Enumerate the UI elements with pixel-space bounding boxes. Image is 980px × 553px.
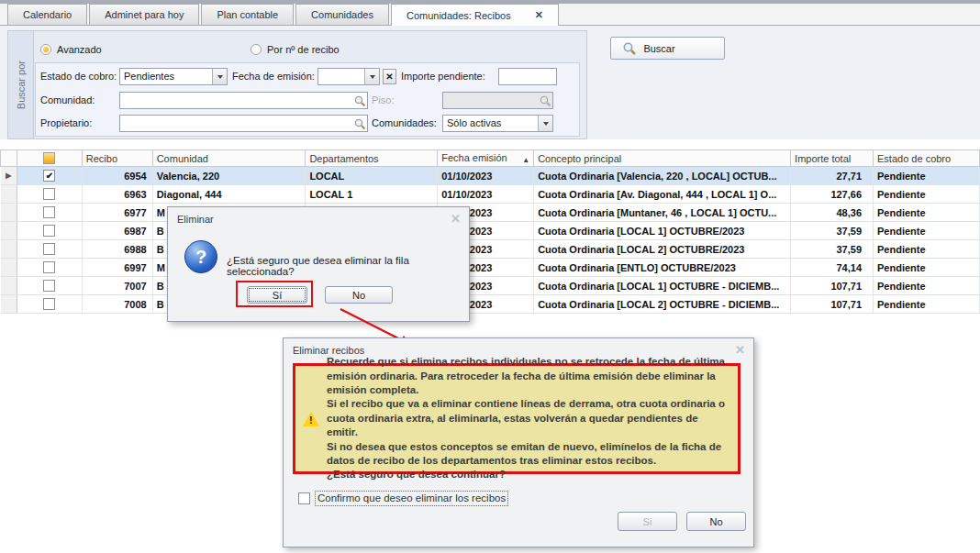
radio-por-numero[interactable]: Por nº de recibo [251,43,340,56]
fecha-emision-combobox[interactable] [317,68,380,85]
row-checkbox-cell[interactable] [17,240,82,259]
row-checkbox-cell[interactable] [17,204,82,222]
magnifier-icon[interactable] [352,116,367,131]
column-header-recibo[interactable]: Recibo [82,150,152,167]
table-row[interactable]: 7008B01/10/2023Cuota Ordinaria [LOCAL 2]… [1,295,980,314]
table-row[interactable]: 6963Diagonal, 444LOCAL 101/10/2023Cuota … [1,185,980,204]
confirm-checkbox[interactable] [298,492,310,504]
comunidades-combobox[interactable]: Sólo activas [442,115,553,132]
row-checkbox[interactable] [43,261,55,273]
fecha-emision-label: Fecha de emisión: [232,68,315,85]
column-header-departamentos[interactable]: Departamentos [306,150,438,167]
estado-de-cobro-label: Estado de cobro: [40,68,117,85]
chevron-down-icon[interactable] [364,69,379,84]
row-checkbox-cell[interactable]: ✔ [17,167,82,185]
tab-comunidades-recibos[interactable]: Comunidades: Recibos✕ [391,4,559,26]
cell-recibo: 7007 [82,277,152,295]
warning-box: Recuerde que si elimina recibos individu… [293,363,741,474]
tab-bar: CalendarioAdminet para hoyPlan contableC… [0,4,980,26]
select-all-checkbox-icon[interactable] [43,152,55,164]
search-panel-side-tab[interactable]: Buscar por [7,30,34,139]
tab-plan-contable[interactable]: Plan contable [201,4,294,25]
row-checkbox[interactable]: ✔ [43,170,55,182]
tab-label: Plan contable [217,9,278,20]
propietario-input[interactable] [119,115,368,132]
cell-concepto: Cuota Ordinaria [LOCAL 2] OCTUBRE/2023 [534,240,791,259]
table-row[interactable]: 7007B01/10/2023Cuota Ordinaria [LOCAL 1]… [1,277,980,295]
buscar-button[interactable]: Buscar [610,37,725,60]
column-header-fecha[interactable]: ▲Fecha emisión [438,150,534,167]
chevron-down-icon[interactable] [538,116,552,131]
row-checkbox[interactable] [43,225,55,237]
radio-avanzado[interactable]: Avanzado [40,43,102,56]
table-row[interactable]: 6988B01/10/2023Cuota Ordinaria [LOCAL 2]… [1,240,980,259]
row-checkbox[interactable] [43,280,55,292]
estado-de-cobro-combobox[interactable]: Pendientes [119,68,228,85]
row-checkbox-cell[interactable] [17,185,82,204]
row-checkbox-cell[interactable] [17,277,82,295]
column-header-importe[interactable]: Importe total [791,150,874,167]
row-checkbox-cell[interactable] [17,259,82,277]
cell-recibo: 7008 [82,295,152,314]
table-row[interactable]: 6997M01/10/2023Cuota Ordinaria [ENTLO] O… [1,259,980,277]
sort-ascending-icon: ▲ [522,156,529,164]
close-icon[interactable]: ✕ [451,212,461,226]
column-header-comunidad[interactable]: Comunidad [152,150,306,167]
no-button[interactable]: No [325,286,393,304]
piso-label: Piso: [372,92,394,109]
table-row[interactable]: 6987B01/10/2023Cuota Ordinaria [LOCAL 1]… [1,222,980,240]
cell-recibo: 6977 [82,204,152,222]
clear-date-button[interactable]: ✕ [383,69,396,84]
yes-button[interactable]: Si [618,512,677,531]
cell-departamentos: LOCAL 1 [306,185,438,204]
no-button[interactable]: No [686,512,746,531]
tab-label: Adminet para hoy [105,9,184,20]
cell-importe: 48,36 [791,204,874,222]
yes-button[interactable]: Sí [247,286,307,304]
tab-comunidades[interactable]: Comunidades [295,4,389,25]
row-checkbox[interactable] [43,298,55,310]
comunidad-input[interactable] [119,92,368,109]
table-row[interactable]: 6977M01/10/2023Cuota Ordinaria [Muntaner… [1,204,980,222]
warning-icon [295,412,327,426]
dialog-eliminar-recibos: Eliminar recibos ✕ Recuerde que si elimi… [283,337,754,547]
cell-concepto: Cuota Ordinaria [LOCAL 1] OCTUBRE/2023 [534,222,791,240]
cell-recibo: 6988 [82,240,152,259]
magnifier-icon [538,93,552,108]
radio-selected-icon [40,44,51,55]
tab-label: Comunidades [311,9,373,20]
cell-concepto: Cuota Ordinaria [Av. Diagonal, 444 , LOC… [534,185,791,204]
cell-concepto: Cuota Ordinaria [LOCAL 2] OCTUBRE - DICI… [534,295,791,314]
radio-avanzado-label: Avanzado [57,44,102,55]
row-checkbox[interactable] [43,188,55,200]
cell-importe: 37,59 [791,222,874,240]
row-checkbox-cell[interactable] [17,295,82,314]
row-checkbox-cell[interactable] [17,222,82,240]
dialog-title: Eliminar [177,214,214,225]
search-panel-label: Buscar por [16,61,27,109]
row-indicator-cell [1,204,17,222]
confirm-checkbox-row[interactable]: Confirmo que deseo eliminar los recibos [298,491,508,506]
cell-recibo: 6997 [82,259,152,277]
row-checkbox[interactable] [43,243,55,255]
table-row[interactable]: ▶✔6954Valencia, 220LOCAL01/10/2023Cuota … [1,167,980,185]
tab-adminet-para-hoy[interactable]: Adminet para hoy [89,4,199,25]
chevron-down-icon[interactable] [212,69,227,84]
cell-recibo: 6987 [82,222,152,240]
select-all-checkbox-header[interactable] [17,150,82,167]
recibos-table: ReciboComunidadDepartamentos▲Fecha emisi… [0,149,980,314]
column-header-concepto[interactable]: Concepto principal [534,150,791,167]
tab-close-icon[interactable]: ✕ [535,9,543,21]
column-header-estado[interactable]: Estado de cobro [874,150,980,167]
row-checkbox[interactable] [43,206,55,218]
cell-fecha: 01/10/2023 [438,167,534,185]
cell-estado: Pendiente [874,277,980,295]
cell-departamentos: LOCAL [306,167,438,185]
row-indicator-cell [1,222,17,240]
dialog-eliminar: Eliminar ✕ ? ¿Está seguro que desea elim… [167,206,470,322]
importe-pendiente-input[interactable] [498,68,557,85]
tab-calendario[interactable]: Calendario [7,4,87,25]
magnifier-icon[interactable] [352,93,367,108]
piso-input [442,92,553,109]
comunidades-value: Sólo activas [443,116,538,131]
